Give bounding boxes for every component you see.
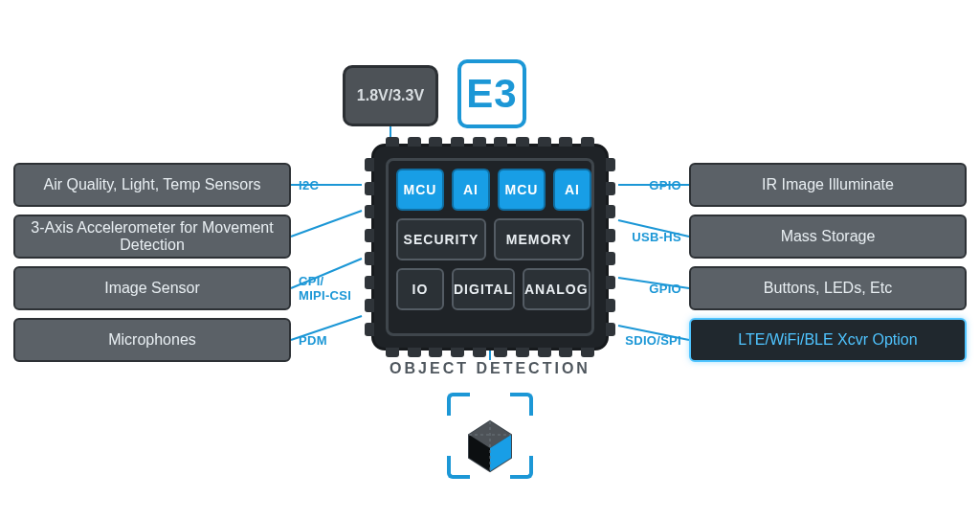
e3-logo: E3 (457, 59, 526, 128)
chip-block-analog: ANALOG (523, 268, 590, 310)
peripheral-lte-wifi-ble: LTE/WiFi/BLE Xcvr Option (689, 318, 967, 362)
peripheral-ir-illuminate: IR Image Illuminate (689, 163, 967, 207)
chip-block-security: SECURITY (396, 218, 486, 260)
chip-row-mid: SECURITY MEMORY (396, 218, 584, 260)
peripheral-buttons-leds: Buttons, LEDs, Etc (689, 266, 967, 310)
bracket-bottom-right (510, 456, 533, 479)
peripheral-air-quality: Air Quality, Light, Temp Sensors (13, 163, 291, 207)
right-bus-labels: GPIO USB-HS GPIO SDIO/SPI (612, 163, 681, 362)
cube-icon (447, 393, 533, 479)
voltage-badge: 1.8V/3.3V (343, 65, 438, 126)
bus-label-usb-hs: USB-HS (612, 215, 681, 259)
chip-row-cores: MCU AI MCU AI (396, 169, 584, 211)
peripheral-microphones: Microphones (13, 318, 291, 362)
chip-block-io: IO (396, 268, 444, 310)
chip-block-memory: MEMORY (494, 218, 584, 260)
left-peripherals-column: Air Quality, Light, Temp Sensors 3-Axis … (13, 163, 291, 362)
chip-block-mcu-0: MCU (396, 169, 444, 211)
chip-block-ai-0: AI (452, 169, 490, 211)
bus-label-cpi-mipi: CPI/ MIPI-CSI (299, 266, 358, 310)
chip-row-bottom: IO DIGITAL ANALOG (396, 268, 584, 310)
bracket-top-right (510, 393, 533, 416)
bus-label-i2c: I2C (299, 163, 358, 207)
diagram-caption: OBJECT DETECTION (390, 360, 590, 377)
bracket-top-left (447, 393, 470, 416)
bus-label-gpio-bottom: GPIO (612, 266, 681, 310)
chip-block-mcu-1: MCU (498, 169, 546, 211)
peripheral-image-sensor: Image Sensor (13, 266, 291, 310)
peripheral-mass-storage: Mass Storage (689, 215, 967, 259)
bus-label-empty (299, 215, 358, 259)
chip-block-digital: DIGITAL (452, 268, 515, 310)
bus-label-pdm: PDM (299, 318, 358, 362)
right-peripherals-column: IR Image Illuminate Mass Storage Buttons… (689, 163, 967, 362)
peripheral-accelerometer: 3-Axis Accelerometer for Movement Detect… (13, 215, 291, 259)
chip-package: MCU AI MCU AI SECURITY MEMORY IO DIGITAL… (371, 144, 609, 350)
chip-die: MCU AI MCU AI SECURITY MEMORY IO DIGITAL… (386, 158, 594, 336)
bus-label-sdio-spi: SDIO/SPI (612, 318, 681, 362)
left-bus-labels: I2C CPI/ MIPI-CSI PDM (299, 163, 358, 362)
chip-block-ai-1: AI (553, 169, 591, 211)
bus-label-gpio-top: GPIO (612, 163, 681, 207)
bracket-bottom-left (447, 456, 470, 479)
